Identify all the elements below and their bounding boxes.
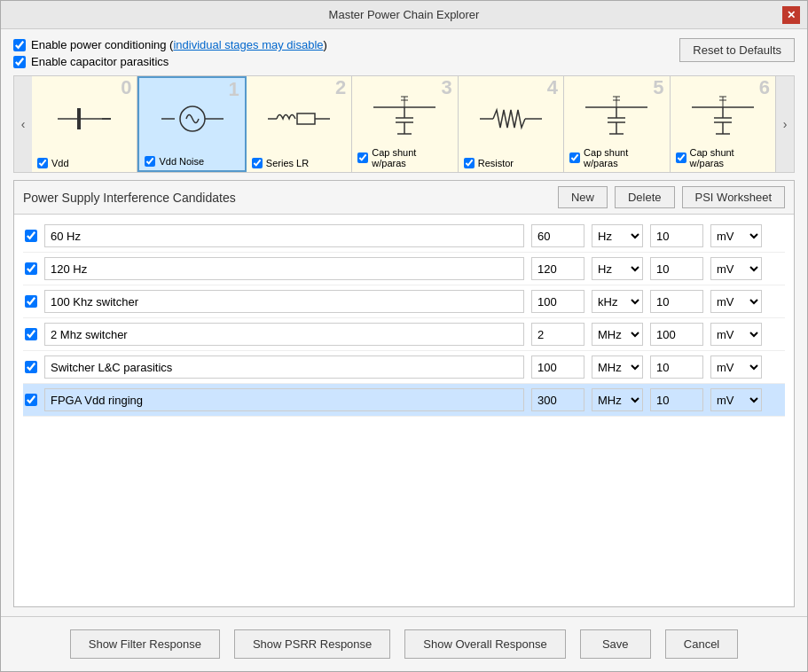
stage-cell-1[interactable]: 1 Vdd Noise (137, 76, 246, 172)
stage-label-row-4: Resistor (462, 158, 560, 168)
psi-row-5-checkbox[interactable] (25, 394, 37, 406)
psi-row-5-amp-unit[interactable]: mVVuV (710, 388, 762, 411)
stage-diagram-2 (250, 80, 348, 158)
stage-number-3: 3 (441, 78, 451, 98)
stage-number-0: 0 (121, 78, 131, 98)
stage-3-checkbox[interactable] (357, 152, 368, 163)
psi-row-3-freq-unit[interactable]: HzkHzMHzGHz (592, 323, 643, 346)
stage-2-label: Series LR (266, 158, 309, 168)
psi-row-2-name[interactable] (44, 290, 524, 313)
stage-cell-4[interactable]: 4 Resistor (459, 76, 564, 172)
capacitor-parasitics-text: Enable capacitor parasitics (31, 55, 169, 68)
psi-row-5-amp-val[interactable] (650, 388, 703, 411)
psi-row-0-freq-unit[interactable]: HzkHzMHzGHz (592, 224, 643, 247)
psi-row-1-amp-unit[interactable]: mVVuV (710, 257, 762, 280)
psi-row-4-freq-unit[interactable]: HzkHzMHzGHz (592, 356, 643, 379)
stage-5-label: Cap shunt w/paras (584, 147, 663, 168)
psi-row-1-checkbox[interactable] (25, 262, 37, 275)
stage-diagram-4 (462, 80, 560, 158)
stage-number-1: 1 (229, 80, 239, 99)
psi-row-2-amp-unit[interactable]: mVVuV (710, 290, 762, 313)
psi-row-3-freq-val[interactable] (531, 323, 584, 346)
capacitor-parasitics-label[interactable]: Enable capacitor parasitics (13, 55, 327, 68)
psi-row-2-amp-val[interactable] (650, 290, 703, 313)
psi-row-0-freq-val[interactable] (531, 224, 584, 247)
psi-row-1-freq-unit[interactable]: HzkHzMHzGHz (592, 257, 643, 280)
delete-button[interactable]: Delete (615, 186, 675, 208)
capacitor-parasitics-checkbox[interactable] (13, 56, 26, 68)
stage-4-checkbox[interactable] (464, 158, 475, 168)
stage-number-4: 4 (547, 78, 558, 98)
stage-1-checkbox[interactable] (145, 156, 155, 167)
stage-cell-5[interactable]: 5 (564, 76, 670, 172)
stage-cell-3[interactable]: 3 (352, 76, 458, 172)
main-window: Master Power Chain Explorer ✕ Enable pow… (0, 0, 808, 672)
reset-defaults-button[interactable]: Reset to Defaults (679, 38, 795, 62)
close-button[interactable]: ✕ (782, 6, 800, 24)
psi-row-3-amp-val[interactable] (650, 323, 703, 346)
psi-row-5-freq-val[interactable] (531, 388, 584, 411)
stage-number-6: 6 (759, 78, 770, 98)
psi-row-1-name[interactable] (44, 257, 524, 280)
stage-0-checkbox[interactable] (37, 158, 48, 168)
stage-5-checkbox[interactable] (569, 152, 580, 163)
show-filter-response-button[interactable]: Show Filter Response (70, 629, 220, 659)
show-overall-response-button[interactable]: Show Overall Response (404, 629, 565, 659)
cancel-button[interactable]: Cancel (665, 629, 738, 659)
save-button[interactable]: Save (580, 629, 651, 659)
psi-row-0: HzkHzMHzGHz mVVuV (23, 220, 785, 253)
psi-row-2-freq-unit[interactable]: HzkHzMHzGHz (592, 290, 643, 313)
stage-6-checkbox[interactable] (676, 152, 686, 163)
psi-row-2-freq-val[interactable] (531, 290, 584, 313)
psi-row-0-name[interactable] (44, 224, 524, 247)
psi-row-4-name[interactable] (44, 356, 524, 379)
power-conditioning-checkbox[interactable] (13, 39, 26, 51)
bottom-bar: Show Filter Response Show PSRR Response … (1, 616, 807, 671)
psi-row-3-amp-unit[interactable]: mVVuV (710, 323, 762, 346)
psi-row-0-amp-unit[interactable]: mVVuV (710, 224, 762, 247)
carousel-inner: 0 Vdd 1 (32, 76, 776, 172)
new-button[interactable]: New (558, 186, 608, 208)
stage-label-row-1: Vdd Noise (143, 156, 240, 167)
stage-diagram-6 (674, 80, 772, 147)
stage-cell-2[interactable]: 2 Series LR (247, 76, 352, 172)
show-psrr-response-button[interactable]: Show PSRR Response (234, 629, 390, 659)
stage-carousel: ‹ 0 Vdd (13, 75, 795, 173)
power-conditioning-text: Enable power conditioning (individual st… (31, 38, 327, 51)
stage-diagram-5 (568, 80, 665, 147)
main-content: Enable power conditioning (individual st… (1, 29, 807, 616)
individual-stages-link[interactable]: individual stages may disable (173, 38, 323, 51)
stage-0-label: Vdd (51, 158, 69, 168)
psi-row-4-amp-val[interactable] (650, 356, 703, 379)
psi-buttons: New Delete PSI Worksheet (558, 186, 785, 208)
stage-label-row-0: Vdd (35, 158, 133, 168)
psi-row-3-checkbox[interactable] (25, 328, 37, 340)
psi-row-1-amp-val[interactable] (650, 257, 703, 280)
stage-label-row-6: Cap shunt w/paras (674, 147, 772, 168)
stage-3-label: Cap shunt w/paras (372, 147, 451, 168)
psi-row-2-checkbox[interactable] (25, 295, 37, 308)
psi-row-4-freq-val[interactable] (531, 356, 584, 379)
power-conditioning-label[interactable]: Enable power conditioning (individual st… (13, 38, 327, 51)
psi-row-0-checkbox[interactable] (25, 230, 37, 242)
psi-row-1-freq-val[interactable] (531, 257, 584, 280)
stage-number-5: 5 (653, 78, 663, 98)
psi-worksheet-button[interactable]: PSI Worksheet (682, 186, 785, 208)
psi-section: Power Supply Interference Candidates New… (13, 180, 795, 607)
psi-row-4-amp-unit[interactable]: mVVuV (710, 356, 762, 379)
stage-cell-6[interactable]: 6 (671, 76, 776, 172)
carousel-right-arrow[interactable]: › (776, 76, 794, 172)
psi-row-0-amp-val[interactable] (650, 224, 703, 247)
psi-row-4-checkbox[interactable] (25, 361, 37, 373)
stage-2-checkbox[interactable] (252, 158, 263, 168)
psi-row-5-freq-unit[interactable]: HzkHzMHzGHz (592, 388, 643, 411)
svg-rect-7 (297, 113, 315, 124)
stage-cell-0[interactable]: 0 Vdd (32, 76, 137, 172)
stage-diagram-0 (35, 80, 133, 158)
stage-6-label: Cap shunt w/paras (690, 147, 770, 168)
carousel-left-arrow[interactable]: ‹ (14, 76, 32, 172)
psi-row-3-name[interactable] (44, 323, 524, 346)
psi-title: Power Supply Interference Candidates (23, 191, 236, 205)
psi-row-5-name[interactable] (44, 388, 524, 411)
stage-label-row-3: Cap shunt w/paras (356, 147, 453, 168)
